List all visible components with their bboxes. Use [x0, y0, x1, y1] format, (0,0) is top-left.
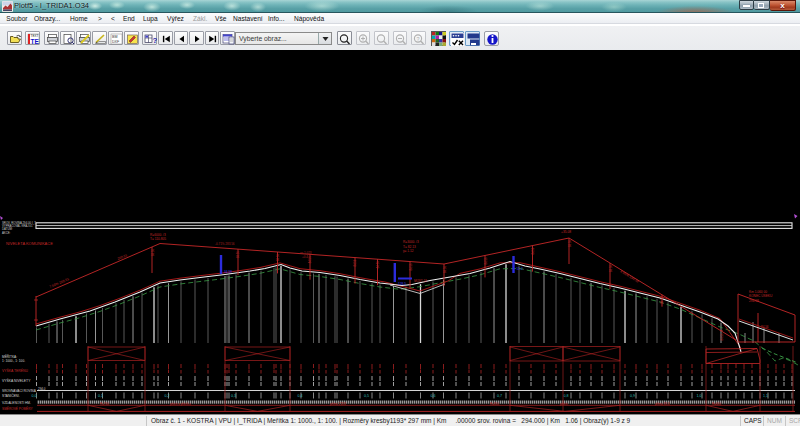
svg-text:0,2: 0,2 — [165, 394, 170, 398]
svg-text:0,9: 0,9 — [630, 394, 635, 398]
svg-text:294.0: 294.0 — [38, 387, 46, 391]
svg-text:84.56: 84.56 — [354, 259, 358, 266]
svg-text:84.56: 84.56 — [661, 296, 665, 303]
svg-text:1,0: 1,0 — [697, 394, 702, 398]
svg-text:34.59: 34.59 — [224, 270, 232, 274]
svg-text:T= 82.13: T= 82.13 — [403, 245, 416, 249]
svg-text:84.56: 84.56 — [531, 247, 535, 254]
svg-text:R=3000. /3: R=3000. /3 — [403, 240, 419, 244]
svg-text:84.56: 84.56 — [237, 251, 241, 258]
svg-text:R=850: R=850 — [490, 402, 499, 406]
svg-text:MOST 24: MOST 24 — [414, 279, 427, 283]
svg-text:TE: TE — [30, 37, 39, 44]
svg-text:0,1: 0,1 — [98, 394, 103, 398]
svg-text:294.58: 294.58 — [749, 299, 759, 303]
svg-text:+0.4: +0.4 — [302, 255, 308, 259]
svg-text:84.56: 84.56 — [568, 240, 572, 247]
svg-text:AKCE:: AKCE: — [2, 231, 11, 235]
svg-text:84.56: 84.56 — [609, 265, 613, 272]
svg-text:84.56: 84.56 — [276, 254, 280, 261]
svg-text:1: 1000., 1: 100.: 1: 1000., 1: 100. — [2, 359, 25, 363]
svg-text:BM: BM — [112, 35, 117, 39]
svg-text:0,7: 0,7 — [497, 394, 502, 398]
svg-text:?: ? — [152, 35, 157, 44]
svg-text:přech.: přech. — [560, 402, 569, 406]
svg-text:51.2: 51.2 — [517, 267, 523, 271]
svg-text:84.56: 84.56 — [309, 256, 313, 263]
svg-text:Km 1.060 00: Km 1.060 00 — [749, 290, 767, 294]
svg-text:84.56: 84.56 — [409, 263, 413, 270]
svg-text:8.85% 194.59: 8.85% 194.59 — [619, 269, 639, 283]
svg-text:84.56: 84.56 — [151, 249, 155, 256]
svg-text:SROVNÁVACÍ ROVINA: SROVNÁVACÍ ROVINA — [2, 389, 37, 393]
svg-text:T= 110.805: T= 110.805 — [150, 237, 166, 241]
svg-text:128.5: 128.5 — [398, 282, 406, 286]
svg-text:SMĚROVÉ POMĚRY: SMĚROVÉ POMĚRY — [2, 406, 33, 411]
svg-text:VÝŠKA NIVELETY: VÝŠKA NIVELETY — [2, 378, 31, 383]
svg-text:přímá 213.8: přímá 213.8 — [330, 402, 346, 406]
svg-text:0,3: 0,3 — [231, 394, 236, 398]
svg-text:STANIČENÍ.: STANIČENÍ. — [2, 393, 20, 398]
svg-text:R=600: R=600 — [712, 402, 721, 406]
svg-text:84.56: 84.56 — [721, 333, 725, 340]
svg-text:+35.08: +35.08 — [561, 230, 571, 234]
svg-text:R=700: R=700 — [100, 402, 109, 406]
svg-text:VZDÁLENOSTI HM.: VZDÁLENOSTI HM. — [2, 401, 31, 405]
svg-text:-0.71% 283.56: -0.71% 283.56 — [215, 242, 235, 246]
svg-text:VÝŠKA TERÉNU: VÝŠKA TERÉNU — [2, 368, 28, 373]
svg-text:MĚŘÍTKA:: MĚŘÍTKA: — [2, 354, 17, 359]
svg-text:0,6: 0,6 — [431, 394, 436, 398]
svg-text:DXF: DXF — [112, 40, 120, 44]
svg-text:0,0: 0,0 — [32, 394, 37, 398]
svg-text:přímá 88.4: přímá 88.4 — [655, 402, 670, 406]
svg-text:přech-x přech-x: přech-x přech-x — [170, 402, 191, 406]
svg-text:84.56: 84.56 — [376, 261, 380, 268]
svg-text:1,1: 1,1 — [763, 394, 768, 398]
svg-text:84.56: 84.56 — [443, 266, 447, 273]
svg-text:y= 1.12: y= 1.12 — [403, 249, 414, 253]
svg-text:0,4: 0,4 — [298, 394, 303, 398]
svg-text:0,8: 0,8 — [564, 394, 569, 398]
svg-text:84.56: 84.56 — [484, 257, 488, 264]
svg-text:KONEC ÚSEKU: KONEC ÚSEKU — [749, 293, 773, 298]
svg-text:NIVELETA KOMUNIKACE: NIVELETA KOMUNIKACE — [6, 241, 53, 246]
svg-text:0,5: 0,5 — [364, 394, 369, 398]
svg-text:?: ? — [416, 36, 419, 42]
